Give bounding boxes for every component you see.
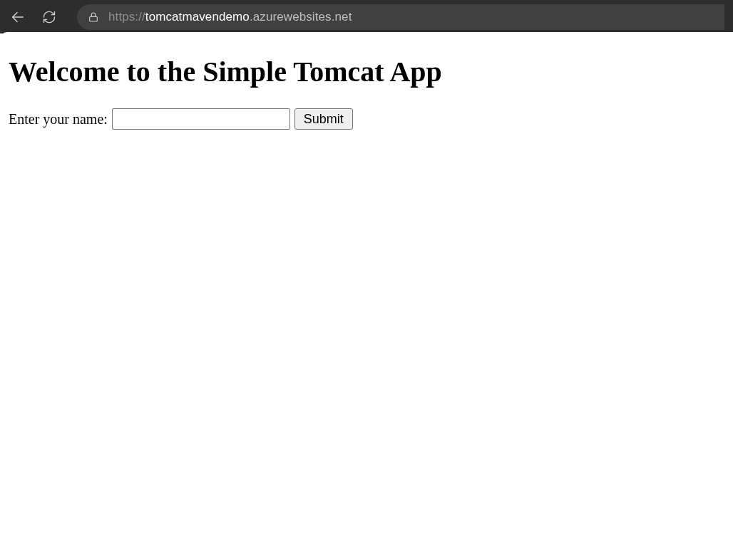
address-bar[interactable]: https://tomcatmavendemo.azurewebsites.ne… <box>77 4 724 30</box>
svg-rect-1 <box>90 16 98 21</box>
url-scheme: https:// <box>108 10 145 24</box>
name-form: Enter your name: Submit <box>9 108 724 130</box>
refresh-icon <box>42 10 56 24</box>
lock-icon <box>87 11 100 24</box>
submit-button[interactable]: Submit <box>294 108 353 130</box>
name-input[interactable] <box>112 108 290 130</box>
url-text: https://tomcatmavendemo.azurewebsites.ne… <box>108 10 352 24</box>
back-button[interactable] <box>9 8 27 26</box>
arrow-left-icon <box>10 9 26 25</box>
page-viewport: Welcome to the Simple Tomcat App Enter y… <box>0 32 733 560</box>
url-rest: .azurewebsites.net <box>250 10 352 24</box>
url-host: tomcatmavendemo <box>145 10 250 24</box>
name-label: Enter your name: <box>9 111 108 128</box>
refresh-button[interactable] <box>40 8 58 26</box>
page-title: Welcome to the Simple Tomcat App <box>9 55 724 88</box>
browser-toolbar: https://tomcatmavendemo.azurewebsites.ne… <box>0 0 733 33</box>
